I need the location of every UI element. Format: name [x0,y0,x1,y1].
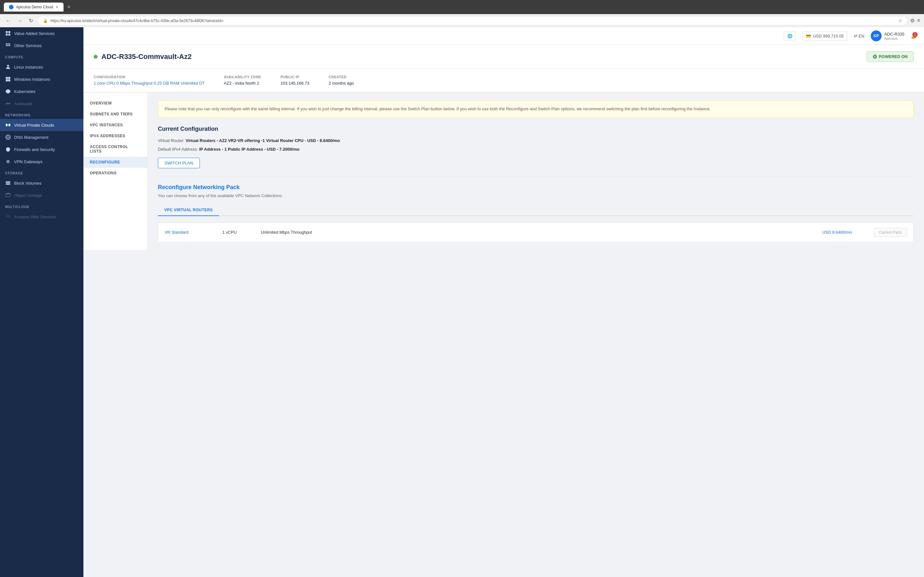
vr-value: Virtual Routers - AZ2 VR2-VR offering -1… [186,138,340,143]
nav-reconfigure[interactable]: RECONFIGURE [83,157,147,168]
instance-meta: CONFIGURATION 1 core CPU 0 Mbps Throughp… [83,69,924,93]
compute-section-label: COMPUTE [0,52,83,61]
sidebar-label: Block Volumes [14,181,41,185]
az-value: AZ2 - India North 2 [224,81,261,85]
balance-text: USD 999,715.05 [813,34,844,39]
language-selector[interactable]: ⇄ EN [854,34,864,39]
configuration-value: 1 core CPU 0 Mbps Throughput 0.25 GB RAM… [94,81,205,85]
nav-vpc-instances[interactable]: VPC INSTANCES [83,119,147,131]
tab-vpc-virtual-routers[interactable]: VPC VIRTUAL ROUTERS [158,205,219,216]
content-nav: OVERVIEW SUBNETS AND TIERS VPC INSTANCES… [83,93,148,250]
pack-throughput: Unlimited Mbps Throughput [261,230,822,235]
main-content: ADC-R335-Commvault-Az2 ⏻ POWERED ON CONF… [83,45,924,577]
user-name: ADC-R335 [884,32,905,37]
browser-tab[interactable]: Apiculus Demo Cloud × [4,3,63,11]
refresh-button[interactable]: ↻ [27,16,35,25]
powered-on-label: POWERED ON [879,54,908,59]
sidebar-item-value-added-services[interactable]: Value Added Services [0,27,83,39]
sidebar-item-vpc[interactable]: Virtual Private Clouds [0,119,83,131]
nav-overview[interactable]: OVERVIEW [83,98,147,109]
right-panel: 🌐 💳 USD 999,715.05 ⇄ EN KP ADC-R335 Apic… [83,27,924,577]
sidebar-label: Autoscale [14,101,32,106]
sidebar-label: DNS Management [14,135,48,140]
sidebar-item-other-services[interactable]: Other Services [0,39,83,52]
address-bar[interactable]: 🔒 https://try.apiculus.io/site/#/virtual… [37,16,908,25]
sidebar-item-autoscale: Autoscale [0,97,83,110]
tab-title: Apiculus Demo Cloud [16,5,53,9]
sidebar-item-block-volumes[interactable]: Block Volumes [0,177,83,189]
forward-button[interactable]: → [15,17,24,25]
sidebar-item-aws: Amazon Web Services [0,211,83,223]
menu-icon[interactable]: ≡ [917,18,920,24]
aws-icon [5,214,11,219]
app-layout: Value Added Services Other Services COMP… [0,27,924,577]
svg-point-7 [6,45,7,46]
new-tab-button[interactable]: + [65,4,73,11]
globe-button[interactable]: 🌐 [784,31,796,41]
apps-icon [5,43,11,48]
linux-icon [5,64,11,70]
sidebar-label: Other Services [14,43,42,48]
sidebar-item-dns[interactable]: DNS Management [0,131,83,143]
back-button[interactable]: ← [4,17,13,25]
sidebar-item-windows-instances[interactable]: Windows Instances [0,73,83,85]
az-label: AVAILABILITY ZONE [224,75,261,79]
networking-section-label: NETWORKING [0,110,83,119]
content-main: Please note that you can only reconfigur… [148,93,924,250]
sidebar-item-firewalls[interactable]: Firewalls and Security [0,143,83,155]
warning-box: Please note that you can only reconfigur… [158,100,914,118]
ip-value: 103.145.166.73 [280,81,309,85]
sidebar-label: Linux Instances [14,65,43,69]
svg-rect-17 [9,124,10,126]
ipv4-value: IP Address - 1 Public IP Address - USD -… [199,147,300,152]
svg-point-6 [9,43,10,45]
meta-public-ip: PUBLIC IP 103.145.166.73 [280,75,309,85]
nav-acl[interactable]: ACCESS CONTROL LISTS [83,141,147,157]
svg-rect-16 [6,124,7,126]
powered-on-button[interactable]: ⏻ POWERED ON [867,51,914,62]
nav-subnets[interactable]: SUBNETS AND TIERS [83,109,147,119]
pack-vcpu: 1 vCPU [222,230,261,235]
sidebar-item-kubernetes[interactable]: Kubernetes [0,85,83,97]
dns-icon [5,134,11,140]
svg-point-8 [7,45,9,46]
object-storage-icon [5,192,11,198]
avatar: KP [871,31,882,41]
nav-ipv4[interactable]: IPV4 ADDRESSES [83,131,147,141]
pack-name[interactable]: VR Standard [165,230,222,235]
extensions-icon[interactable]: ⚙ [910,18,915,24]
notification-button[interactable]: 🔔 1 [911,33,916,39]
bookmark-icon[interactable]: ☆ [898,18,902,23]
svg-point-26 [6,193,10,194]
svg-rect-13 [6,79,8,82]
sidebar-label: Windows Instances [14,77,50,82]
switch-plan-button[interactable]: SWITCH PLAN [158,158,200,168]
notification-badge: 1 [913,32,918,37]
user-menu[interactable]: KP ADC-R335 Apiculus [871,31,905,41]
sidebar-item-linux-instances[interactable]: Linux Instances [0,61,83,73]
ip-label: PUBLIC IP [280,75,309,79]
svg-rect-12 [8,77,11,79]
nav-operations[interactable]: OPERATIONS [83,168,147,179]
meta-availability-zone: AVAILABILITY ZONE AZ2 - India North 2 [224,75,261,85]
autoscale-icon [5,101,11,106]
table-row: VR Standard 1 vCPU Unlimited Mbps Throug… [158,223,913,242]
current-config-title: Current Configuration [158,126,914,132]
pack-tabs: VPC VIRTUAL ROUTERS [158,205,914,216]
reconfig-title: Reconfigure Networking Pack [158,184,914,191]
svg-rect-1 [8,31,10,33]
sidebar-label: Value Added Services [14,31,55,36]
tab-favicon [9,5,13,9]
svg-rect-24 [6,183,10,185]
reconfig-subtitle: You can choose from any of the available… [158,193,914,198]
sidebar-item-vpn[interactable]: VPN Gateways [0,155,83,168]
balance-button[interactable]: 💳 USD 999,715.05 [803,31,847,41]
virtual-router-detail: Virtual Router: Virtual Routers - AZ2 VR… [158,137,914,144]
warning-text: Please note that you can only reconfigur… [165,106,711,111]
firewall-icon [5,147,11,152]
sidebar-item-object-storage: Object Storage [0,189,83,201]
instance-name: ADC-R335-Commvault-Az2 [102,53,192,61]
multicloud-section-label: MULTICLOUD [0,201,83,211]
tab-close-icon[interactable]: × [55,5,58,10]
configuration-label: CONFIGURATION [94,75,205,79]
